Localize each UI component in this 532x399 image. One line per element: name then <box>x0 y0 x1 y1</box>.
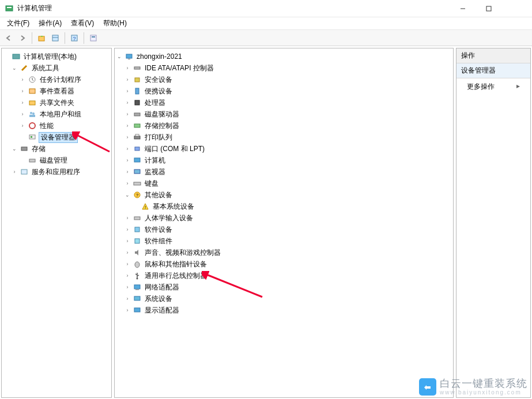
expand-icon[interactable]: › <box>124 250 131 255</box>
expand-icon[interactable]: › <box>124 146 131 152</box>
actions-more[interactable]: 更多操作 ▸ <box>456 78 530 95</box>
expand-icon[interactable]: › <box>124 238 131 244</box>
actions-more-label: 更多操作 <box>467 82 495 91</box>
device-diskdrive[interactable]: ›磁盘驱动器 <box>115 108 453 120</box>
tree-root[interactable]: 计算机管理(本地) <box>2 51 111 62</box>
expand-icon[interactable]: › <box>124 169 131 175</box>
expand-icon[interactable]: › <box>124 65 131 71</box>
device-mouse[interactable]: ›鼠标和其他指针设备 <box>115 258 453 270</box>
tree-label: 事件查看器 <box>39 86 76 96</box>
expand-icon[interactable]: › <box>124 261 131 267</box>
device-softdev[interactable]: ›软件设备 <box>115 224 453 235</box>
tree-local-users[interactable]: › 本地用户和组 <box>2 108 111 120</box>
expand-icon[interactable]: › <box>124 123 131 129</box>
expand-icon[interactable]: › <box>124 77 131 82</box>
sound-icon <box>133 248 142 257</box>
device-tree: ⌄ zhongxin-2021 ›IDE ATA/ATAPI 控制器 ›安全设备… <box>115 48 453 318</box>
device-cpu[interactable]: ›处理器 <box>115 97 453 108</box>
expand-icon[interactable]: › <box>124 296 131 302</box>
toolbar-up-button[interactable] <box>35 32 48 44</box>
expand-icon[interactable]: › <box>19 77 26 82</box>
toolbar-forward-button[interactable] <box>16 32 29 44</box>
device-other[interactable]: ⌄?其他设备 <box>115 189 453 201</box>
maximize-button[interactable] <box>476 0 501 17</box>
expand-icon[interactable]: › <box>124 88 131 94</box>
toolbar-back-button[interactable] <box>2 32 15 44</box>
tree-device-manager[interactable]: 设备管理器 <box>2 131 111 143</box>
svg-rect-4 <box>39 36 44 41</box>
tree-shared-folders[interactable]: › 共享文件夹 <box>2 97 111 108</box>
expand-icon[interactable]: › <box>19 100 26 106</box>
toolbar-separator <box>65 32 65 44</box>
close-button[interactable] <box>501 0 527 17</box>
tree-disk-management[interactable]: 磁盘管理 <box>2 155 111 166</box>
device-sound[interactable]: ›声音、视频和游戏控制器 <box>115 247 453 258</box>
device-basesys[interactable]: !基本系统设备 <box>115 201 453 212</box>
device-ports[interactable]: ›端口 (COM 和 LPT) <box>115 143 453 155</box>
tree-label: 打印队列 <box>144 133 173 142</box>
device-host[interactable]: ⌄ zhongxin-2021 <box>115 51 453 62</box>
expand-icon[interactable]: › <box>124 307 131 313</box>
mouse-icon <box>133 259 142 269</box>
collapse-icon[interactable]: ⌄ <box>11 146 18 152</box>
menubar: 文件(F) 操作(A) 查看(V) 帮助(H) <box>0 17 532 30</box>
expand-icon[interactable]: › <box>124 284 131 290</box>
minimize-button[interactable] <box>450 0 476 17</box>
computer-icon <box>124 52 134 61</box>
expand-icon[interactable]: › <box>19 123 26 129</box>
device-printqueue[interactable]: ›打印队列 <box>115 131 453 143</box>
svg-rect-31 <box>134 124 140 127</box>
svg-rect-11 <box>13 54 20 59</box>
expand-icon[interactable]: › <box>124 180 131 186</box>
expand-icon[interactable]: › <box>19 88 26 94</box>
expand-icon[interactable]: › <box>124 111 131 117</box>
expand-icon[interactable]: › <box>19 111 26 117</box>
tree-storage[interactable]: ⌄ 存储 <box>2 143 111 155</box>
expand-icon[interactable]: › <box>124 100 131 106</box>
tree-performance[interactable]: › 性能 <box>2 120 111 131</box>
device-network[interactable]: ›网络适配器 <box>115 281 453 293</box>
collapse-icon[interactable]: ⌄ <box>116 54 123 59</box>
monitor-icon <box>133 167 142 176</box>
tree-label: 服务和应用程序 <box>31 167 81 177</box>
menu-file[interactable]: 文件(F) <box>2 17 34 29</box>
expand-icon[interactable]: › <box>124 227 131 232</box>
device-sysdev[interactable]: ›系统设备 <box>115 293 453 304</box>
tree-label: 磁盘驱动器 <box>144 110 180 119</box>
tree-services-apps[interactable]: › 服务和应用程序 <box>2 166 111 178</box>
device-storagectrl[interactable]: ›存储控制器 <box>115 120 453 131</box>
svg-rect-36 <box>134 170 140 174</box>
management-tree: 计算机管理(本地) ⌄ 系统工具 › 任务计划程序 › 事件查看器 › 共享文件… <box>2 48 111 180</box>
tree-label: 端口 (COM 和 LPT) <box>144 144 206 154</box>
tree-task-scheduler[interactable]: › 任务计划程序 <box>2 74 111 85</box>
device-security[interactable]: ›安全设备 <box>115 74 453 85</box>
toolbar-view-button[interactable] <box>49 32 62 44</box>
device-monitor[interactable]: ›监视器 <box>115 166 453 178</box>
expand-icon[interactable]: › <box>124 273 131 278</box>
device-softcomp[interactable]: ›软件组件 <box>115 235 453 247</box>
tree-label: 共享文件夹 <box>39 98 76 108</box>
expand-icon[interactable]: › <box>124 215 131 221</box>
toolbar-help-button[interactable]: ? <box>68 32 81 44</box>
device-keyboard[interactable]: ›键盘 <box>115 178 453 189</box>
device-ide[interactable]: ›IDE ATA/ATAPI 控制器 <box>115 62 453 74</box>
toolbar-refresh-button[interactable] <box>87 32 100 44</box>
collapse-icon[interactable]: ⌄ <box>11 65 18 71</box>
device-portable[interactable]: ›便携设备 <box>115 85 453 97</box>
menu-view[interactable]: 查看(V) <box>66 17 99 29</box>
collapse-icon[interactable]: ⌄ <box>124 192 131 198</box>
svg-rect-32 <box>134 136 140 139</box>
tree-label: IDE ATA/ATAPI 控制器 <box>144 63 215 73</box>
expand-icon[interactable]: › <box>124 134 131 140</box>
svg-rect-3 <box>486 6 491 11</box>
device-computer[interactable]: ›计算机 <box>115 155 453 166</box>
expand-icon[interactable]: › <box>124 157 131 163</box>
menu-action[interactable]: 操作(A) <box>34 17 66 29</box>
tree-system-tools[interactable]: ⌄ 系统工具 <box>2 62 111 74</box>
tree-event-viewer[interactable]: › 事件查看器 <box>2 85 111 97</box>
expand-icon[interactable]: › <box>11 169 18 175</box>
device-usb[interactable]: ›通用串行总线控制器 <box>115 270 453 281</box>
device-display[interactable]: ›显示适配器 <box>115 304 453 316</box>
device-hid[interactable]: ›人体学输入设备 <box>115 212 453 224</box>
menu-help[interactable]: 帮助(H) <box>99 17 131 29</box>
